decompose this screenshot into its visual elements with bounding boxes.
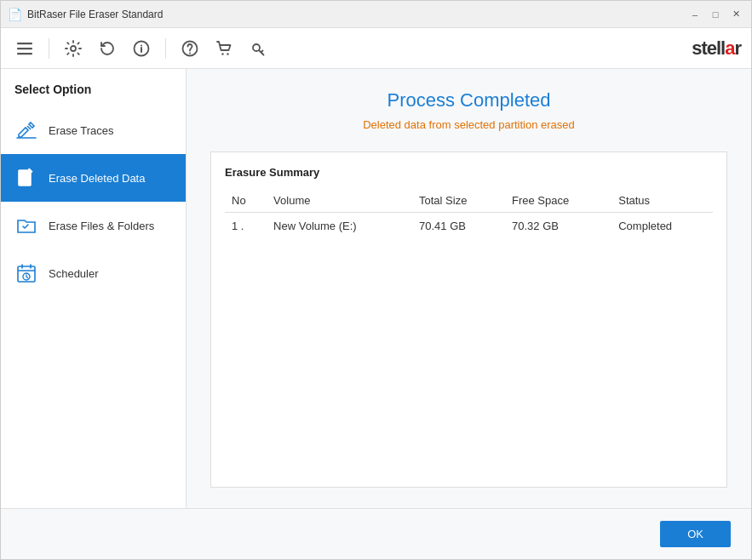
svg-point-5 [141, 44, 142, 46]
main-layout: Select Option Erase Traces Erase Deleted… [1, 69, 751, 508]
cell-free-space: 70.32 GB [505, 213, 611, 240]
title-bar-title: BitRaser File Eraser Standard [27, 9, 163, 20]
svg-point-8 [221, 53, 223, 54]
cell-status: Completed [611, 213, 713, 240]
app-icon: 📄 [8, 8, 22, 21]
stellar-logo: stellar [692, 37, 741, 60]
close-button[interactable]: ✕ [727, 6, 744, 23]
refresh-icon[interactable] [94, 35, 121, 62]
erase-traces-icon [14, 118, 38, 142]
erasure-section: Erasure Summary No Volume Total Size Fre… [210, 151, 727, 488]
sidebar-item-label-scheduler: Scheduler [49, 267, 99, 280]
cart-icon[interactable] [210, 35, 238, 62]
sidebar: Select Option Erase Traces Erase Deleted… [1, 69, 187, 508]
title-bar-controls: – □ ✕ [686, 6, 744, 23]
sidebar-item-erase-traces[interactable]: Erase Traces [1, 106, 186, 154]
sidebar-item-erase-files-folders[interactable]: Erase Files & Folders [1, 202, 186, 249]
cell-no: 1 . [225, 213, 267, 240]
erase-deleted-data-icon [14, 166, 38, 190]
footer: OK [1, 508, 751, 559]
erasure-summary-title: Erasure Summary [225, 166, 713, 179]
svg-rect-1 [17, 48, 32, 49]
svg-rect-2 [17, 53, 32, 54]
sidebar-item-label-erase-deleted-data: Erase Deleted Data [49, 172, 145, 185]
info-icon[interactable] [128, 35, 155, 62]
svg-rect-12 [18, 266, 35, 282]
table-row: 1 . New Volume (E:) 70.41 GB 70.32 GB Co… [225, 213, 713, 240]
erase-files-folders-icon [14, 214, 38, 237]
sidebar-title: Select Option [1, 83, 186, 106]
sidebar-item-erase-deleted-data[interactable]: Erase Deleted Data [1, 154, 186, 202]
menu-icon[interactable] [11, 35, 38, 62]
sidebar-item-label-erase-files-folders: Erase Files & Folders [49, 220, 154, 232]
sidebar-item-scheduler[interactable]: Scheduler [1, 249, 186, 297]
title-bar-left: 📄 BitRaser File Eraser Standard [8, 8, 163, 21]
col-free-space: Free Space [505, 189, 611, 213]
summary-table: No Volume Total Size Free Space Status 1… [225, 189, 713, 239]
settings-icon[interactable] [60, 35, 87, 62]
minimize-button[interactable]: – [686, 6, 703, 23]
key-icon[interactable] [244, 35, 272, 62]
toolbar: stellar [1, 28, 751, 69]
ok-button[interactable]: OK [660, 521, 731, 547]
svg-point-7 [189, 52, 191, 54]
svg-point-10 [253, 44, 260, 51]
col-total-size: Total Size [412, 189, 505, 213]
col-status: Status [611, 189, 713, 213]
sidebar-item-label-erase-traces: Erase Traces [49, 124, 114, 137]
toolbar-divider-1 [49, 38, 49, 59]
title-bar: 📄 BitRaser File Eraser Standard – □ ✕ [1, 1, 751, 28]
col-no: No [225, 189, 267, 213]
svg-point-3 [71, 46, 76, 51]
scheduler-icon [14, 261, 38, 285]
process-subtitle: Deleted data from selected partition era… [210, 118, 727, 131]
cell-volume: New Volume (E:) [267, 213, 412, 240]
svg-point-9 [227, 53, 228, 54]
svg-rect-0 [17, 43, 32, 44]
help-icon[interactable] [176, 35, 204, 62]
process-title: Process Completed [210, 89, 727, 111]
toolbar-divider-2 [165, 38, 166, 59]
maximize-button[interactable]: □ [707, 6, 724, 23]
content-area: Process Completed Deleted data from sele… [187, 69, 751, 508]
cell-total-size: 70.41 GB [412, 213, 505, 240]
col-volume: Volume [267, 189, 412, 213]
